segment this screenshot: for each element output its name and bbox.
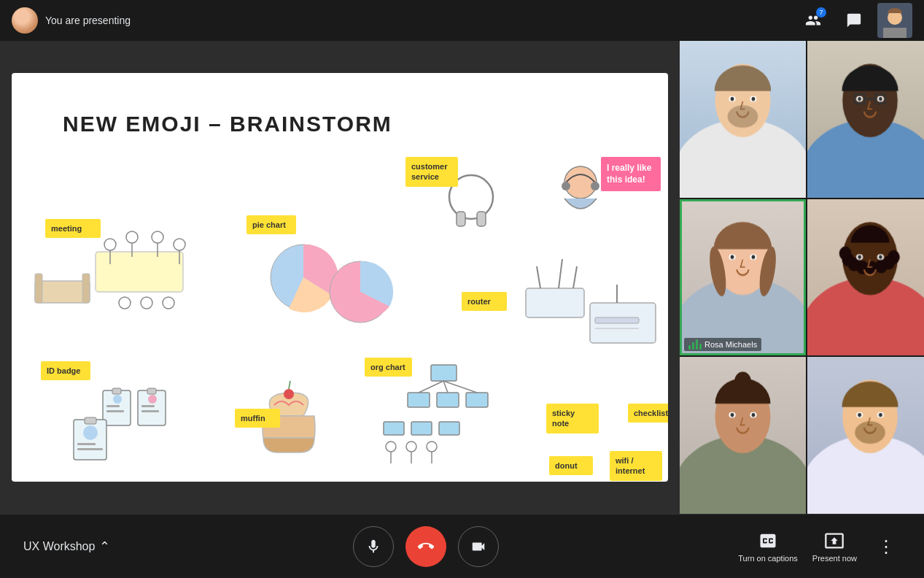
top-bar-actions: 7: [796, 3, 912, 38]
svg-rect-52: [106, 410, 124, 412]
svg-point-64: [284, 389, 294, 399]
svg-rect-33: [408, 393, 430, 407]
svg-rect-30: [595, 317, 639, 323]
svg-rect-19: [457, 212, 465, 226]
meeting-chevron-button[interactable]: ⌃: [99, 539, 110, 555]
svg-point-4: [126, 231, 138, 243]
svg-rect-1: [96, 252, 183, 292]
avatar: [12, 7, 38, 34]
svg-rect-62: [77, 443, 96, 445]
svg-rect-13: [35, 281, 90, 303]
bar-1: [688, 345, 691, 350]
bar-2: [692, 342, 694, 350]
svg-rect-34: [437, 393, 459, 407]
avatar-image: [12, 7, 38, 34]
captions-label: Turn on captions: [738, 554, 798, 563]
sticky-donut: donut: [549, 456, 593, 475]
sticky-pie-chart: pie chart: [246, 215, 296, 234]
present-label: Present now: [812, 554, 857, 563]
svg-point-2: [104, 239, 116, 250]
svg-rect-20: [477, 212, 486, 226]
svg-line-38: [443, 381, 477, 393]
svg-point-6: [152, 231, 163, 243]
more-options-button[interactable]: ⋮: [871, 531, 901, 563]
participant-face-5: [680, 357, 806, 514]
chat-button[interactable]: [836, 3, 871, 38]
svg-rect-55: [147, 388, 156, 394]
svg-line-27: [573, 266, 577, 288]
svg-rect-41: [411, 422, 432, 435]
sticky-muffin: muffin: [235, 409, 280, 428]
svg-rect-40: [384, 422, 404, 435]
end-call-icon: [418, 539, 434, 555]
svg-rect-32: [431, 365, 457, 381]
svg-point-10: [119, 297, 131, 309]
presenting-text: You are presenting: [45, 15, 131, 26]
svg-point-8: [174, 239, 185, 250]
self-canvas: [877, 3, 912, 38]
svg-rect-14: [35, 274, 42, 303]
participant-tile-1: [680, 41, 806, 198]
participant-face-1: [680, 41, 806, 198]
sticky-org-chart: org chart: [365, 358, 412, 377]
participant-tile-4: [807, 199, 925, 356]
svg-point-45: [406, 442, 416, 452]
camera-icon: [470, 539, 486, 555]
svg-point-12: [163, 297, 174, 309]
participant-count-badge: 7: [816, 7, 826, 18]
svg-line-25: [537, 266, 540, 288]
meeting-info: UX Workshop ⌃: [23, 539, 169, 555]
captions-icon: [758, 531, 778, 551]
sticky-checklist: checklist: [628, 404, 668, 423]
bottom-bar: UX Workshop ⌃ Turn on captions: [0, 514, 924, 578]
camera-button[interactable]: [458, 526, 499, 567]
end-call-button[interactable]: [405, 526, 446, 567]
presenter-info: You are presenting: [12, 7, 131, 34]
svg-rect-57: [141, 410, 159, 412]
sticky-id-badge: ID badge: [41, 361, 90, 380]
svg-point-61: [83, 425, 98, 440]
svg-point-23: [591, 182, 599, 190]
svg-line-65: [289, 381, 290, 389]
svg-point-58: [148, 395, 157, 404]
svg-rect-42: [439, 422, 459, 435]
whiteboard: NEW EMOJI – BRAINSTORM: [12, 73, 668, 482]
svg-rect-56: [141, 405, 155, 407]
bar-4: [699, 344, 702, 350]
participant-face-2: [807, 41, 925, 198]
main-content: NEW EMOJI – BRAINSTORM: [0, 41, 924, 514]
svg-rect-35: [466, 393, 488, 407]
microphone-icon: [365, 539, 381, 555]
present-icon: [824, 531, 845, 551]
svg-line-26: [559, 259, 562, 288]
present-now-action[interactable]: Present now: [812, 531, 857, 563]
self-video-thumb: [877, 3, 912, 38]
bottom-actions: Turn on captions Present now ⋮: [682, 531, 901, 563]
presentation-area: NEW EMOJI – BRAINSTORM: [0, 41, 680, 514]
svg-text:NEW EMOJI – BRAINSTORM: NEW EMOJI – BRAINSTORM: [63, 112, 392, 136]
svg-point-47: [427, 442, 437, 452]
captions-action[interactable]: Turn on captions: [738, 531, 798, 563]
rosa-name-label: Rosa Michaels: [704, 340, 757, 349]
sticky-meeting: meeting: [45, 219, 101, 238]
participants-button[interactable]: 7: [796, 3, 831, 38]
svg-rect-15: [82, 274, 90, 303]
microphone-button[interactable]: [353, 526, 394, 567]
sticky-idea: I really like this idea!: [601, 157, 661, 191]
participants-panel: Rosa Michaels: [680, 41, 924, 514]
meeting-name: UX Workshop: [23, 540, 95, 553]
svg-rect-51: [106, 405, 120, 407]
participant-tile-6: [807, 357, 925, 514]
chat-icon: [846, 12, 862, 28]
svg-point-43: [386, 442, 396, 452]
speaking-indicator: [688, 339, 702, 350]
participant-name-rosa: Rosa Michaels: [684, 338, 761, 351]
bar-3: [696, 339, 698, 350]
sticky-wifi: wifi / internet: [610, 451, 662, 481]
svg-point-22: [562, 182, 570, 190]
svg-rect-24: [526, 288, 584, 317]
svg-rect-63: [77, 448, 103, 450]
participant-face-3: [680, 199, 806, 356]
participant-tile-3: Rosa Michaels: [680, 199, 806, 356]
svg-point-21: [564, 166, 597, 199]
